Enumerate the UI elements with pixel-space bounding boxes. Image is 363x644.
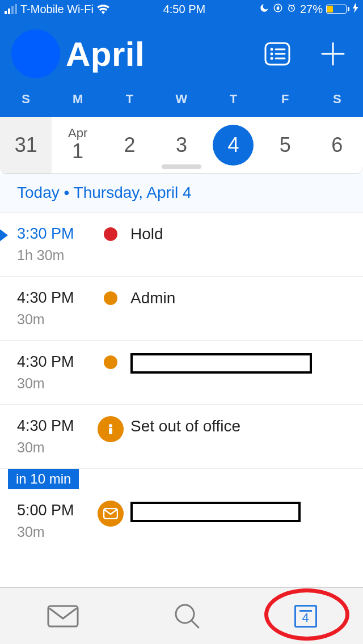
month-title[interactable]: April	[66, 35, 145, 74]
clock-label: 4:50 PM	[113, 3, 256, 16]
lock-rotation-icon	[273, 3, 283, 16]
event-row[interactable]: 5:00 PM 30m	[0, 489, 363, 553]
redacted-box	[130, 353, 312, 374]
event-row[interactable]: 3:30 PM 1h 30m Hold	[0, 213, 363, 277]
event-time: 4:30 PM	[17, 289, 91, 307]
event-time: 4:30 PM	[17, 353, 91, 371]
event-time: 5:00 PM	[17, 502, 91, 519]
redacted-box	[130, 502, 301, 522]
event-duration: 30m	[17, 311, 91, 328]
today-label: Today • Thursday, April 4	[0, 173, 363, 213]
tab-calendar-day: 4	[302, 611, 309, 625]
event-title: Admin	[130, 289, 348, 307]
tab-mail[interactable]	[46, 604, 80, 629]
agenda-list-icon[interactable]	[263, 40, 292, 68]
weekday-label: S	[311, 92, 363, 107]
status-bar: T-Mobile Wi-Fi 4:50 PM 27%	[0, 0, 363, 18]
date-cell[interactable]: 5	[259, 117, 311, 173]
date-cell[interactable]: 6	[311, 117, 363, 173]
svg-rect-15	[48, 606, 78, 626]
event-duration: 1h 30m	[17, 247, 91, 264]
weekday-label: W	[155, 92, 207, 107]
info-badge-icon	[98, 416, 124, 442]
weekday-label: T	[104, 92, 155, 107]
now-indicator-icon	[0, 228, 8, 242]
cellular-signal-icon	[5, 4, 17, 14]
battery-icon	[326, 5, 349, 14]
add-event-icon[interactable]	[320, 41, 346, 67]
weekday-label: M	[52, 92, 103, 107]
alarm-icon	[286, 3, 297, 16]
svg-point-12	[109, 424, 112, 427]
event-title	[130, 502, 348, 526]
event-duration: 30m	[17, 375, 91, 392]
event-title: Set out of office	[130, 417, 348, 435]
weekday-label: F	[259, 92, 311, 107]
event-duration: 30m	[17, 439, 91, 456]
svg-point-8	[271, 57, 273, 60]
date-cell-selected[interactable]: 4	[208, 117, 259, 173]
tab-search[interactable]	[172, 601, 202, 631]
event-time: 4:30 PM	[17, 417, 91, 435]
event-row[interactable]: 4:30 PM 30m	[0, 341, 363, 405]
svg-point-6	[271, 53, 273, 56]
event-list[interactable]: 3:30 PM 1h 30m Hold 4:30 PM 30m Admin 4:…	[0, 213, 363, 553]
event-row[interactable]: 4:30 PM 30m Admin	[0, 277, 363, 341]
calendar-dot-icon	[104, 227, 117, 241]
svg-rect-13	[109, 428, 112, 434]
weekday-row: S M T W T F S	[0, 90, 363, 117]
event-title	[130, 353, 348, 378]
carrier-label: T-Mobile Wi-Fi	[20, 3, 94, 16]
calendar-header: April S M T W T F S	[0, 18, 363, 117]
drag-handle-icon[interactable]	[162, 164, 201, 169]
date-strip[interactable]: 31 Apr 1 2 3 4 5 6	[0, 117, 363, 173]
date-cell[interactable]: 31	[0, 117, 52, 173]
svg-point-4	[271, 48, 273, 51]
mail-badge-icon	[98, 501, 124, 527]
avatar[interactable]	[11, 29, 60, 78]
calendar-dot-icon	[104, 355, 117, 369]
charging-icon	[353, 3, 358, 16]
weekday-label: T	[208, 92, 259, 107]
date-cell[interactable]: Apr 1	[52, 117, 103, 173]
event-time: 3:30 PM	[17, 225, 91, 243]
wifi-icon	[97, 4, 109, 14]
event-duration: 30m	[17, 524, 91, 540]
weekday-label: S	[0, 92, 52, 107]
event-title: Hold	[130, 225, 348, 243]
svg-rect-1	[277, 7, 280, 10]
moon-icon	[259, 3, 269, 16]
tab-bar: 4	[0, 587, 363, 644]
tab-calendar[interactable]: 4	[294, 605, 317, 628]
svg-line-17	[192, 621, 199, 628]
event-countdown: in 10 min	[8, 469, 79, 489]
event-countdown-wrap: in 10 min	[0, 469, 363, 489]
battery-percent-label: 27%	[300, 3, 323, 16]
date-cell[interactable]: 2	[104, 117, 155, 173]
event-row[interactable]: 4:30 PM 30m Set out of office	[0, 405, 363, 469]
calendar-dot-icon	[104, 291, 117, 305]
